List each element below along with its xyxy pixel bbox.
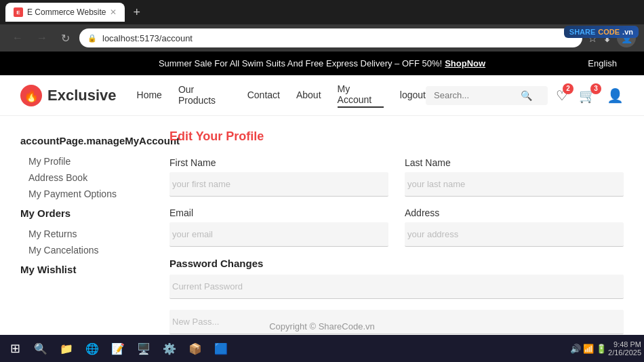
- address-input[interactable]: [405, 222, 624, 247]
- address-group: Address: [405, 207, 624, 247]
- tab-label: E Commerce Website: [27, 7, 106, 17]
- first-name-group: First Name: [169, 157, 388, 197]
- orders-title: My Orders: [20, 207, 142, 219]
- form-title: Edit Your Profile: [169, 129, 624, 144]
- active-tab[interactable]: E E Commerce Website ✕: [5, 3, 125, 22]
- banner-text: Summer Sale For All Swim Suits And Free …: [159, 58, 442, 68]
- password-row: [169, 275, 624, 299]
- taskbar-app-edge[interactable]: 🌐: [80, 336, 104, 361]
- wishlist-title: My Wishlist: [20, 264, 142, 275]
- time-display: 9:48 PM: [613, 340, 641, 348]
- logo-icon: 🔥: [20, 85, 42, 106]
- shop-now-link[interactable]: ShopNow: [445, 58, 485, 68]
- cart-button[interactable]: 🛒 3: [579, 87, 596, 104]
- first-name-input[interactable]: [169, 172, 388, 197]
- start-button[interactable]: ⊞: [3, 336, 27, 361]
- promo-banner: Summer Sale For All Swim Suits And Free …: [0, 52, 644, 75]
- browser-chrome: E E Commerce Website ✕ + ← → ↻ 🔒 localho…: [0, 0, 644, 52]
- taskbar-clock: 9:48 PM 2/16/2025: [608, 340, 641, 357]
- volume-icon[interactable]: 🔊: [570, 344, 581, 354]
- new-password-row: [169, 310, 624, 334]
- forward-button[interactable]: →: [33, 31, 52, 45]
- last-name-label: Last Name: [405, 157, 624, 168]
- network-icon[interactable]: 📶: [583, 344, 594, 354]
- copyright-watermark: Copyright © ShareCode.vn: [269, 321, 375, 331]
- email-group: Email: [169, 207, 388, 247]
- site-header: 🔥 Exclusive Home Our Products Contact Ab…: [0, 75, 644, 116]
- new-password-group: [169, 310, 624, 334]
- nav-products[interactable]: Our Products: [178, 84, 231, 107]
- new-tab-button[interactable]: +: [127, 5, 146, 20]
- nav-logout[interactable]: logout: [400, 89, 426, 102]
- battery-icon[interactable]: 🔋: [596, 344, 607, 354]
- sidebar-item-returns[interactable]: My Returns: [20, 226, 142, 242]
- search-icon: 🔍: [521, 90, 532, 101]
- sidebar-item-cancelations[interactable]: My Cancelations: [20, 242, 142, 258]
- new-password-input[interactable]: [169, 310, 624, 334]
- manage-account-title: accountPage.manageMyAccount: [20, 135, 142, 146]
- sidebar-item-payment[interactable]: My Payment Options: [20, 186, 142, 202]
- search-input[interactable]: [434, 90, 515, 100]
- taskbar-app-3[interactable]: 🖥️: [132, 336, 156, 361]
- address-bar[interactable]: 🔒 localhost:5173/account: [79, 28, 582, 47]
- nav-home[interactable]: Home: [137, 89, 162, 102]
- browser-controls: ← → ↻ 🔒 localhost:5173/account ☆ ⬇ 👤 SHA…: [0, 24, 644, 52]
- cart-badge: 3: [590, 83, 601, 94]
- address-label: Address: [405, 207, 624, 218]
- last-name-group: Last Name: [405, 157, 624, 197]
- tab-favicon: E: [14, 7, 23, 17]
- date-display: 2/16/2025: [608, 348, 641, 357]
- current-password-group: [169, 275, 624, 299]
- search-bar[interactable]: 🔍: [426, 86, 548, 105]
- password-section-title: Password Changes: [169, 258, 624, 269]
- logo[interactable]: 🔥 Exclusive: [20, 85, 117, 106]
- taskbar-app-5[interactable]: 📦: [183, 336, 207, 361]
- language-selector[interactable]: English: [588, 58, 617, 68]
- main-nav: Home Our Products Contact About My Accou…: [137, 83, 426, 108]
- sidebar-item-address-book[interactable]: Address Book: [20, 169, 142, 186]
- watermark: SHARECODE.vn: [564, 26, 639, 38]
- system-tray: 🔊 📶 🔋: [570, 344, 607, 354]
- email-label: Email: [169, 207, 388, 218]
- taskbar-app-1[interactable]: 📁: [54, 336, 79, 361]
- lock-icon: 🔒: [87, 34, 97, 43]
- current-password-input[interactable]: [169, 275, 624, 299]
- tab-bar: E E Commerce Website ✕ +: [0, 0, 644, 24]
- logo-text: Exclusive: [47, 87, 117, 104]
- profile-form: Edit Your Profile First Name Last Name E…: [156, 129, 624, 345]
- last-name-input[interactable]: [405, 172, 624, 197]
- sidebar: accountPage.manageMyAccount My Profile A…: [20, 129, 156, 345]
- email-address-row: Email Address: [169, 207, 624, 247]
- taskbar: ⊞ 🔍 📁 🌐 📝 🖥️ ⚙️ 📦 🟦 🔊 📶 🔋 9:48 PM 2/16/2…: [0, 335, 644, 362]
- wishlist-button[interactable]: ♡ 2: [556, 87, 568, 104]
- taskbar-app-6[interactable]: 🟦: [209, 336, 233, 361]
- tab-close-btn[interactable]: ✕: [110, 7, 117, 17]
- first-name-label: First Name: [169, 157, 388, 168]
- email-input[interactable]: [169, 222, 388, 247]
- url-text: localhost:5173/account: [102, 33, 193, 43]
- header-icons: ♡ 2 🛒 3 👤: [556, 87, 624, 104]
- taskbar-search[interactable]: 🔍: [28, 336, 53, 361]
- name-row: First Name Last Name: [169, 157, 624, 197]
- taskbar-app-4[interactable]: ⚙️: [157, 336, 182, 361]
- nav-about[interactable]: About: [296, 89, 321, 102]
- nav-account[interactable]: My Account: [338, 83, 384, 108]
- refresh-button[interactable]: ↻: [57, 31, 74, 46]
- wishlist-badge: 2: [563, 83, 573, 94]
- sidebar-item-profile[interactable]: My Profile: [20, 153, 142, 169]
- nav-contact[interactable]: Contact: [247, 89, 280, 102]
- back-button[interactable]: ←: [8, 31, 27, 45]
- user-button[interactable]: 👤: [607, 87, 624, 104]
- taskbar-app-vscode[interactable]: 📝: [106, 336, 130, 361]
